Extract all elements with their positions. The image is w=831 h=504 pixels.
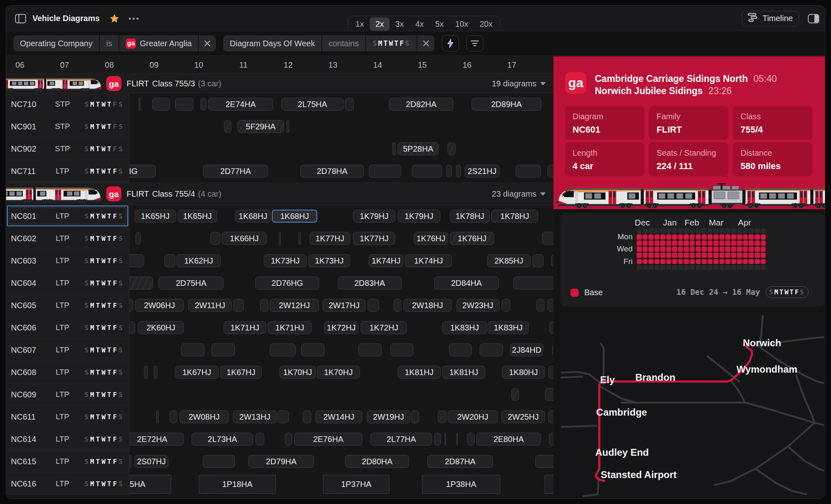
filter-remove-button[interactable]: [418, 35, 435, 51]
calendar-cell[interactable]: [761, 259, 766, 264]
calendar-cell[interactable]: [648, 259, 654, 264]
calendar-cell[interactable]: [660, 265, 665, 270]
service-block-2W23HJ[interactable]: 2W23HJ: [456, 299, 499, 312]
service-block-2W14HJ[interactable]: 2W14HJ: [315, 410, 362, 423]
calendar-cell[interactable]: [660, 259, 665, 264]
service-block[interactable]: [394, 299, 401, 312]
service-block-1K65HJ[interactable]: 1K65HJ: [178, 210, 217, 223]
calendar-cell[interactable]: [708, 265, 713, 270]
calendar-cell[interactable]: [731, 234, 736, 240]
calendar-cell[interactable]: [731, 240, 736, 246]
calendar-cell[interactable]: [743, 259, 748, 264]
calendar-cell[interactable]: [696, 240, 701, 246]
calendar-cell[interactable]: [672, 234, 677, 240]
row-header-NC601[interactable]: NC601 LTP SMTWTFS: [6, 205, 129, 227]
service-block-2D78HA[interactable]: 2D78HA: [300, 165, 364, 178]
calendar-cell[interactable]: [725, 228, 730, 234]
row-header-NC606[interactable]: NC606 LTP SMTWTFS: [6, 317, 129, 339]
service-block[interactable]: [411, 410, 419, 423]
calendar-cell[interactable]: [755, 253, 760, 258]
calendar-cell[interactable]: [755, 234, 760, 240]
service-block[interactable]: [390, 343, 413, 356]
row-header-NC614[interactable]: NC614 LTP SMTWTFS: [6, 428, 129, 450]
service-block-2W18HJ[interactable]: 2W18HJ: [403, 299, 452, 312]
calendar-cell[interactable]: [731, 228, 736, 234]
calendar-cell[interactable]: [702, 228, 707, 234]
service-block-2W11HJ[interactable]: 2W11HJ: [188, 299, 232, 312]
service-block[interactable]: [536, 299, 545, 312]
service-block-1K76HJ[interactable]: 1K76HJ: [450, 232, 494, 245]
row-header-NC611[interactable]: NC611 LTP SMTWTFS: [6, 406, 129, 428]
calendar-cell[interactable]: [678, 234, 683, 240]
service-block-2W13HJ[interactable]: 2W13HJ: [233, 410, 277, 423]
service-block[interactable]: [412, 165, 442, 178]
zoom-option-2x[interactable]: 2x: [370, 17, 390, 31]
service-block[interactable]: [345, 98, 354, 111]
calendar-cell[interactable]: [660, 234, 665, 240]
service-block-2D89HA[interactable]: 2D89HA: [471, 98, 541, 111]
service-block-2W12HJ[interactable]: 2W12HJ: [270, 299, 319, 312]
service-block[interactable]: [152, 98, 170, 111]
calendar-cell[interactable]: [713, 240, 719, 246]
calendar-cell[interactable]: [725, 247, 730, 252]
service-block-1K79HJ[interactable]: 1K79HJ: [398, 210, 440, 223]
calendar-cell[interactable]: [719, 234, 725, 240]
row-header-NC711[interactable]: NC711 LTP SMTWTFS: [6, 160, 129, 182]
service-block[interactable]: [154, 366, 157, 379]
calendar-cell[interactable]: [654, 247, 660, 252]
service-block[interactable]: [224, 120, 231, 133]
service-block-2K85HJ[interactable]: 2K85HJ: [487, 254, 531, 267]
calendar-cell[interactable]: [690, 259, 695, 264]
service-block[interactable]: [516, 165, 541, 178]
service-block-1K72HJ[interactable]: 1K72HJ: [361, 321, 407, 334]
service-block[interactable]: [532, 254, 544, 267]
service-block-1K83HJ[interactable]: 1K83HJ: [442, 321, 487, 334]
filter-operator[interactable]: is: [100, 35, 118, 51]
calendar-cell[interactable]: [731, 247, 736, 252]
calendar-cell[interactable]: [666, 253, 672, 258]
service-block-2W08HJ[interactable]: 2W08HJ: [179, 410, 229, 423]
calendar-cell[interactable]: [702, 234, 707, 240]
service-block-2J84HD[interactable]: 2J84HD: [510, 343, 543, 356]
service-block[interactable]: [448, 142, 456, 155]
calendar-cell[interactable]: [666, 240, 672, 246]
row-header-NC616[interactable]: NC616 LTP SMTWTFS: [6, 473, 129, 495]
service-block-1K78HJ[interactable]: 1K78HJ: [491, 210, 538, 223]
service-block[interactable]: [278, 410, 289, 423]
service-block[interactable]: [299, 232, 301, 245]
service-block-1K79HJ[interactable]: 1K79HJ: [353, 210, 395, 223]
calendar-cell[interactable]: [660, 253, 665, 258]
calendar-cell[interactable]: [678, 240, 683, 246]
row-header-NC604[interactable]: NC604 LTP SMTWTFS: [6, 272, 129, 294]
service-block[interactable]: [279, 232, 281, 245]
filter-operator[interactable]: contains: [322, 35, 366, 51]
row-header-NC615[interactable]: NC615 LTP SMTWTFS: [6, 450, 129, 473]
calendar-cell[interactable]: [648, 247, 654, 252]
calendar-cell[interactable]: [743, 247, 748, 252]
calendar-cell[interactable]: [719, 259, 725, 264]
calendar-cell[interactable]: [761, 234, 766, 240]
service-block[interactable]: [467, 433, 475, 446]
calendar-cell[interactable]: [737, 234, 742, 240]
row-header-NC608[interactable]: NC608 LTP SMTWTFS: [6, 361, 129, 384]
calendar-cell[interactable]: [708, 259, 713, 264]
calendar-cell[interactable]: [672, 265, 677, 270]
row-header-NC710[interactable]: NC710 STP SMTWTFS: [6, 93, 129, 116]
calendar-cell[interactable]: [672, 247, 677, 252]
calendar-cell[interactable]: [654, 265, 660, 270]
calendar-cell[interactable]: [660, 240, 665, 246]
calendar-cell[interactable]: [761, 253, 766, 258]
service-block[interactable]: [260, 299, 268, 312]
calendar-cell[interactable]: [755, 259, 760, 264]
row-header-NC901[interactable]: NC901 STP SMTWTFS: [6, 116, 129, 138]
calendar-cell[interactable]: [643, 234, 648, 240]
service-block-1K77HJ[interactable]: 1K77HJ: [353, 232, 395, 245]
calendar-cell[interactable]: [696, 253, 701, 258]
calendar-cell[interactable]: [749, 265, 754, 270]
calendar-cell[interactable]: [713, 265, 719, 270]
service-block[interactable]: [285, 433, 292, 446]
calendar-cell[interactable]: [654, 228, 660, 234]
calendar-cell[interactable]: [755, 247, 760, 252]
service-block-2W19HJ[interactable]: 2W19HJ: [367, 410, 410, 423]
service-block[interactable]: [369, 165, 401, 178]
